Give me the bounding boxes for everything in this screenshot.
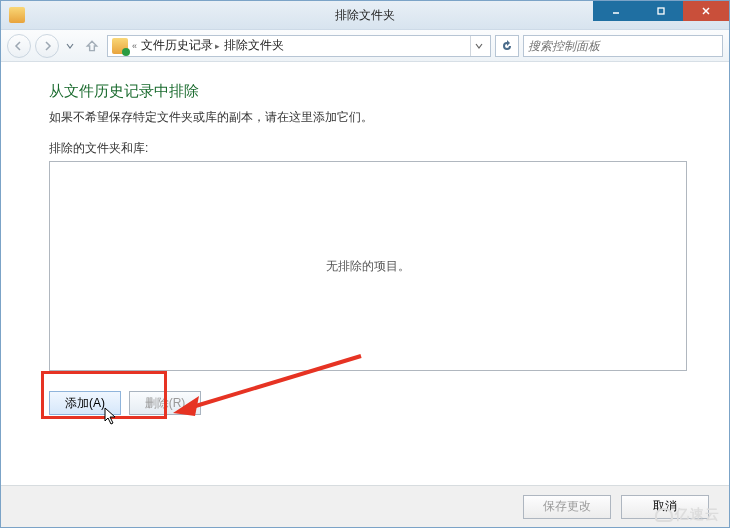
- title-bar: 排除文件夹: [1, 1, 729, 30]
- breadcrumb-segment-2[interactable]: 排除文件夹: [224, 37, 284, 54]
- search-box[interactable]: [523, 35, 723, 57]
- add-button[interactable]: 添加(A): [49, 391, 121, 415]
- excluded-folders-list[interactable]: 无排除的项目。: [49, 161, 687, 371]
- up-button[interactable]: [81, 35, 103, 57]
- page-heading: 从文件历史记录中排除: [49, 82, 687, 101]
- breadcrumb-label: 排除文件夹: [224, 37, 284, 54]
- svg-rect-1: [658, 8, 664, 14]
- maximize-button[interactable]: [638, 1, 683, 21]
- window-title: 排除文件夹: [335, 7, 395, 24]
- cloud-icon: [655, 508, 673, 522]
- page-description: 如果不希望保存特定文件夹或库的副本，请在这里添加它们。: [49, 109, 687, 126]
- breadcrumb-label: 文件历史记录: [141, 37, 213, 54]
- content-area: 从文件历史记录中排除 如果不希望保存特定文件夹或库的副本，请在这里添加它们。 排…: [1, 62, 729, 485]
- close-button[interactable]: [683, 1, 729, 21]
- window-controls: [593, 1, 729, 21]
- minimize-button[interactable]: [593, 1, 638, 21]
- save-changes-button: 保存更改: [523, 495, 611, 519]
- forward-button[interactable]: [35, 34, 59, 58]
- remove-button: 删除(R): [129, 391, 201, 415]
- breadcrumb-prefix: «: [132, 41, 137, 51]
- back-button[interactable]: [7, 34, 31, 58]
- watermark-text: 亿速云: [675, 506, 720, 524]
- footer: 保存更改 取消: [1, 485, 729, 527]
- breadcrumb-segment-1[interactable]: 文件历史记录 ▸: [141, 37, 220, 54]
- refresh-button[interactable]: [495, 35, 519, 57]
- watermark: 亿速云: [655, 506, 720, 524]
- breadcrumb-dropdown[interactable]: [470, 36, 486, 56]
- history-dropdown[interactable]: [63, 35, 77, 57]
- breadcrumb[interactable]: « 文件历史记录 ▸ 排除文件夹: [107, 35, 491, 57]
- navigation-bar: « 文件历史记录 ▸ 排除文件夹: [1, 30, 729, 62]
- list-label: 排除的文件夹和库:: [49, 140, 687, 157]
- chevron-right-icon: ▸: [215, 41, 220, 51]
- button-row: 添加(A) 删除(R): [49, 391, 687, 415]
- search-input[interactable]: [528, 39, 718, 53]
- empty-list-text: 无排除的项目。: [326, 258, 410, 275]
- window-icon: [9, 7, 25, 23]
- location-icon: [112, 38, 128, 54]
